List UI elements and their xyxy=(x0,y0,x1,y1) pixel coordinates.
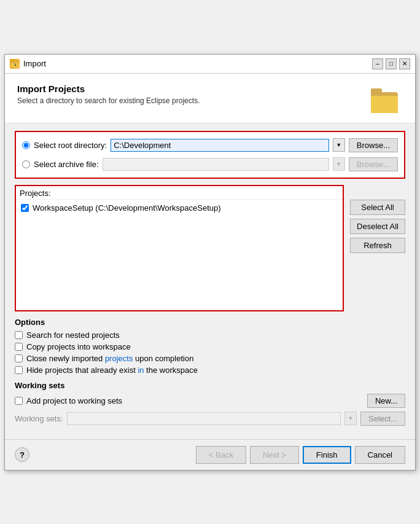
source-selection-section: Select root directory: ▼ Browse... Selec… xyxy=(15,131,405,179)
projects-label: Projects: xyxy=(16,186,343,200)
working-sets-title: Working sets xyxy=(15,381,405,390)
refresh-button[interactable]: Refresh xyxy=(350,238,405,253)
option-row-2: Close newly imported projects upon compl… xyxy=(15,354,405,363)
page-title: Import Projects xyxy=(17,84,200,94)
archive-file-input[interactable] xyxy=(103,158,329,171)
option-checkbox-3[interactable] xyxy=(15,366,23,374)
option-label-2: Close newly imported projects upon compl… xyxy=(26,354,193,363)
close-button[interactable]: ✕ xyxy=(399,58,410,69)
page-subtitle: Select a directory to search for existin… xyxy=(17,96,200,105)
archive-file-dropdown[interactable]: ▼ xyxy=(333,157,345,171)
archive-file-row: Select archive file: ▼ Browse... xyxy=(22,157,398,171)
svg-rect-3 xyxy=(13,63,17,64)
svg-rect-2 xyxy=(11,61,14,63)
side-buttons: Select All Deselect All Refresh xyxy=(350,185,405,311)
header-text: Import Projects Select a directory to se… xyxy=(17,84,200,105)
footer: ? < Back Next > Finish Cancel xyxy=(5,439,415,470)
folder-icon xyxy=(371,84,403,113)
title-bar-controls: – □ ✕ xyxy=(372,58,410,69)
footer-left: ? xyxy=(15,447,29,462)
project-label-0: WorkspaceSetup (C:\Development\Workspace… xyxy=(33,203,221,213)
working-sets-input-row: Working sets: ▼ Select... xyxy=(15,412,405,426)
title-bar-left: Import xyxy=(10,59,46,69)
content-area: Select root directory: ▼ Browse... Selec… xyxy=(5,123,415,439)
working-sets-new-button[interactable]: New... xyxy=(367,394,405,408)
root-dir-radio[interactable] xyxy=(22,141,30,149)
option-row-0: Search for nested projects xyxy=(15,330,405,340)
archive-file-radio[interactable] xyxy=(22,160,30,168)
select-all-button[interactable]: Select All xyxy=(350,200,405,215)
option-label-1: Copy projects into workspace xyxy=(26,342,131,351)
project-item: WorkspaceSetup (C:\Development\Workspace… xyxy=(18,202,340,214)
option-label-0: Search for nested projects xyxy=(26,330,120,340)
root-dir-browse-button[interactable]: Browse... xyxy=(349,138,398,152)
minimize-button[interactable]: – xyxy=(372,58,383,69)
archive-file-browse-button: Browse... xyxy=(349,157,398,171)
header-section: Import Projects Select a directory to se… xyxy=(5,74,415,123)
root-dir-row: Select root directory: ▼ Browse... xyxy=(22,138,398,152)
dialog-title: Import xyxy=(23,59,46,68)
footer-buttons: < Back Next > Finish Cancel xyxy=(196,446,405,464)
option-checkbox-2[interactable] xyxy=(15,354,23,362)
root-dir-dropdown[interactable]: ▼ xyxy=(333,138,345,152)
option-row-1: Copy projects into workspace xyxy=(15,342,405,351)
next-button[interactable]: Next > xyxy=(250,446,299,464)
back-button[interactable]: < Back xyxy=(196,446,246,464)
working-sets-add-checkbox[interactable] xyxy=(15,397,23,405)
options-section: Options Search for nested projects Copy … xyxy=(15,318,405,375)
working-sets-section: Working sets Add project to working sets… xyxy=(15,381,405,426)
root-dir-input[interactable] xyxy=(111,139,329,152)
projects-section: Projects: WorkspaceSetup (C:\Development… xyxy=(15,185,344,311)
import-dialog: Import – □ ✕ Import Projects Select a di… xyxy=(4,54,416,471)
archive-file-label: Select archive file: xyxy=(34,160,99,169)
working-sets-dropdown[interactable]: ▼ xyxy=(344,412,357,425)
working-sets-input-label: Working sets: xyxy=(15,414,63,423)
import-dialog-icon xyxy=(10,59,20,69)
root-dir-label: Select root directory: xyxy=(34,141,107,150)
option-label-3: Hide projects that already exist in the … xyxy=(26,366,198,375)
working-sets-add-row: Add project to working sets New... xyxy=(15,394,405,408)
finish-button[interactable]: Finish xyxy=(303,446,351,464)
project-checkbox-0[interactable] xyxy=(21,204,29,212)
option-row-3: Hide projects that already exist in the … xyxy=(15,366,405,375)
working-sets-add-label: Add project to working sets xyxy=(26,396,122,405)
projects-list: WorkspaceSetup (C:\Development\Workspace… xyxy=(16,200,343,310)
help-button[interactable]: ? xyxy=(15,447,29,462)
options-title: Options xyxy=(15,318,405,327)
title-bar: Import – □ ✕ xyxy=(5,55,415,74)
cancel-button[interactable]: Cancel xyxy=(355,446,405,464)
deselect-all-button[interactable]: Deselect All xyxy=(350,219,405,234)
option-checkbox-0[interactable] xyxy=(15,331,23,339)
working-sets-input[interactable] xyxy=(67,412,341,425)
maximize-button[interactable]: □ xyxy=(386,58,397,69)
option-checkbox-1[interactable] xyxy=(15,343,23,351)
projects-row: Projects: WorkspaceSetup (C:\Development… xyxy=(15,185,405,311)
working-sets-select-button[interactable]: Select... xyxy=(360,412,405,426)
